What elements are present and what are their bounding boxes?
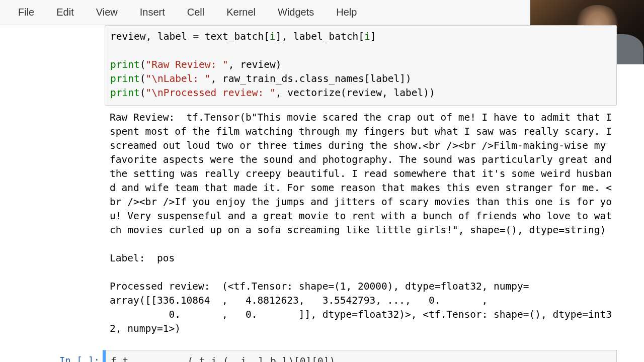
menu-edit[interactable]: Edit: [45, 4, 85, 21]
code-line-print-proc: print("\nProcessed review: ", vectorize(…: [110, 87, 435, 99]
menu-file[interactable]: File: [9, 4, 45, 21]
next-cell-input[interactable]: f t ( t i ( i l b l)[0][0]): [103, 350, 617, 362]
code-line-print-raw: print("Raw Review: ", review): [110, 59, 282, 70]
next-code-cell[interactable]: In [ ]: f t ( t i ( i l b l)[0][0]): [54, 350, 617, 362]
menu-cell[interactable]: Cell: [176, 4, 215, 21]
cell-prompt: In [ ]:: [54, 350, 103, 362]
code-line-1: review, label = text_batch[i], label_bat…: [110, 31, 376, 42]
menu-view[interactable]: View: [85, 4, 129, 21]
menu-kernel[interactable]: Kernel: [215, 4, 267, 21]
code-cell-input[interactable]: review, label = text_batch[i], label_bat…: [105, 25, 617, 106]
menu-insert[interactable]: Insert: [129, 4, 176, 21]
cell-output: Raw Review: tf.Tensor(b"This movie scare…: [105, 106, 617, 336]
menu-help[interactable]: Help: [325, 4, 368, 21]
menu-widgets[interactable]: Widgets: [267, 4, 325, 21]
code-line-print-label: print("\nLabel: ", raw_train_ds.class_na…: [110, 73, 412, 84]
notebook-scroll[interactable]: review, label = text_batch[i], label_bat…: [0, 25, 644, 362]
